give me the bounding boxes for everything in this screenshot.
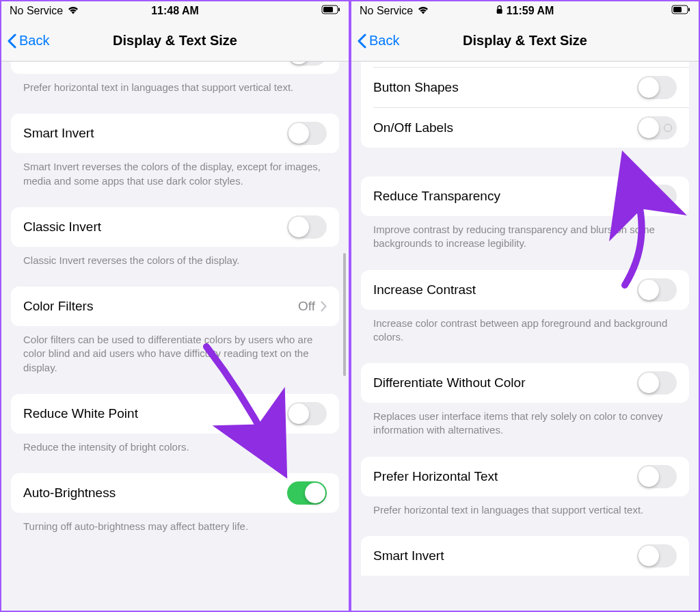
toggle-prefer-horizontal[interactable] — [287, 62, 327, 66]
page-title: Display & Text Size — [463, 33, 587, 49]
row-larger-text[interactable]: Larger Text Off — [361, 62, 689, 67]
row-classic-invert[interactable]: Classic Invert — [11, 207, 339, 247]
footer-auto-brightness: Turning off auto-brightness may affect b… — [1, 513, 349, 553]
status-bar: No Service 11:59 AM — [351, 1, 699, 21]
row-reduce-transparency[interactable]: Reduce Transparency — [361, 176, 689, 216]
row-color-filters[interactable]: Color Filters Off — [11, 287, 339, 326]
back-label: Back — [369, 33, 399, 49]
toggle-prefer-horizontal[interactable] — [637, 465, 677, 488]
label-smart-invert: Smart Invert — [373, 548, 444, 563]
status-bar: No Service 11:48 AM — [1, 1, 349, 21]
chevron-left-icon — [357, 34, 366, 49]
label-auto-brightness: Auto-Brightness — [23, 485, 116, 501]
battery-icon — [321, 5, 340, 17]
row-button-shapes[interactable]: Button Shapes — [361, 68, 689, 107]
row-smart-invert[interactable]: Smart Invert — [11, 114, 339, 153]
carrier-text: No Service — [10, 5, 63, 17]
page-title: Display & Text Size — [113, 33, 237, 49]
footer-reduce-white-point: Reduce the intensity of bright colors. — [1, 434, 349, 473]
label-reduce-white-point: Reduce White Point — [23, 406, 138, 421]
footer-diff-without-color: Replaces user interface items that rely … — [351, 403, 699, 457]
label-increase-contrast: Increase Contrast — [373, 282, 476, 297]
toggle-increase-contrast[interactable] — [637, 278, 677, 302]
toggle-reduce-transparency[interactable] — [637, 185, 677, 208]
right-screenshot: No Service 11:59 AM Back Display & Text … — [350, 0, 700, 612]
toggle-diff-without-color[interactable] — [637, 371, 677, 395]
row-prefer-horizontal[interactable]: Prefer Horizontal Text — [361, 457, 689, 496]
clock-text: 11:59 AM — [507, 5, 554, 17]
navbar: Back Display & Text Size — [1, 21, 349, 62]
row-diff-without-color[interactable]: Differentiate Without Color — [361, 363, 689, 403]
label-onoff-labels: On/Off Labels — [373, 120, 453, 135]
svg-rect-6 — [688, 8, 690, 12]
battery-icon — [671, 5, 690, 17]
svg-rect-5 — [673, 7, 682, 12]
lock-icon — [496, 5, 503, 17]
row-prefer-horizontal-partial[interactable] — [11, 62, 339, 74]
toggle-reduce-white-point[interactable] — [287, 402, 327, 425]
label-reduce-transparency: Reduce Transparency — [373, 189, 500, 204]
clock-text: 11:48 AM — [151, 5, 199, 17]
toggle-classic-invert[interactable] — [287, 215, 327, 239]
toggle-button-shapes[interactable] — [637, 76, 677, 99]
toggle-smart-invert[interactable] — [637, 544, 677, 568]
back-button[interactable]: Back — [1, 33, 49, 49]
wifi-icon — [67, 5, 79, 17]
value-color-filters: Off — [298, 299, 315, 314]
toggle-onoff-labels[interactable] — [637, 116, 677, 139]
label-classic-invert: Classic Invert — [23, 219, 101, 235]
scrollbar[interactable] — [343, 253, 346, 376]
toggle-auto-brightness[interactable] — [287, 481, 327, 505]
footer-prefer-horizontal: Prefer horizontal text in languages that… — [1, 74, 349, 114]
row-reduce-white-point[interactable]: Reduce White Point — [11, 394, 339, 434]
left-screenshot: No Service 11:48 AM Back Display & Text … — [0, 0, 350, 612]
row-increase-contrast[interactable]: Increase Contrast — [361, 270, 689, 310]
back-label: Back — [19, 33, 49, 49]
footer-smart-invert: Smart Invert reverses the colors of the … — [1, 153, 349, 207]
footer-prefer-horizontal: Prefer horizontal text in languages that… — [351, 496, 699, 536]
label-diff-without-color: Differentiate Without Color — [373, 375, 525, 390]
label-button-shapes: Button Shapes — [373, 80, 459, 95]
back-button[interactable]: Back — [351, 33, 399, 49]
row-smart-invert[interactable]: Smart Invert — [361, 536, 689, 576]
svg-rect-1 — [323, 7, 333, 12]
row-auto-brightness[interactable]: Auto-Brightness — [11, 473, 339, 513]
carrier-text: No Service — [360, 5, 413, 17]
toggle-smart-invert[interactable] — [287, 122, 327, 145]
svg-rect-3 — [497, 9, 502, 14]
footer-classic-invert: Classic Invert reverses the colors of th… — [1, 247, 349, 287]
navbar: Back Display & Text Size — [351, 21, 699, 62]
chevron-left-icon — [7, 34, 16, 49]
footer-increase-contrast: Increase color contrast between app fore… — [351, 310, 699, 364]
label-smart-invert: Smart Invert — [23, 126, 94, 141]
label-color-filters: Color Filters — [23, 299, 93, 314]
footer-color-filters: Color filters can be used to differentia… — [1, 326, 349, 394]
chevron-right-icon — [321, 301, 327, 312]
row-onoff-labels[interactable]: On/Off Labels — [361, 108, 689, 148]
footer-reduce-transparency: Improve contrast by reducing transparenc… — [351, 216, 699, 270]
wifi-icon — [417, 5, 429, 17]
svg-rect-2 — [338, 8, 340, 12]
label-prefer-horizontal: Prefer Horizontal Text — [373, 469, 498, 484]
